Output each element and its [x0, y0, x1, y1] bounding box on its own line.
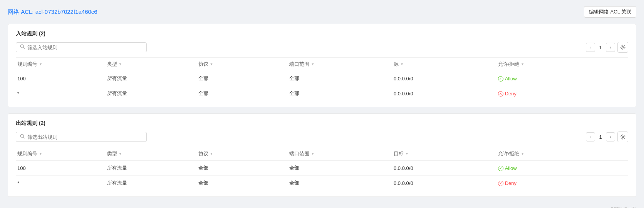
- th-outbound-protocol: 协议 ▼: [198, 147, 290, 161]
- cell-type: 所有流量: [107, 71, 198, 86]
- sort-icon: ▼: [521, 152, 524, 156]
- table-row: * 所有流量 全部 全部 0.0.0.0/0 ✕Deny: [16, 86, 628, 101]
- sort-icon: ▼: [119, 63, 122, 66]
- page-header: 网络 ACL: acl-0732b7022f1a460c6 编辑网络 ACL 关…: [8, 6, 636, 18]
- inbound-search-input[interactable]: [27, 45, 143, 50]
- cell-source: 0.0.0.0/0: [394, 71, 498, 86]
- inbound-prev-page[interactable]: ‹: [586, 43, 595, 52]
- table-row: 100 所有流量 全部 全部 0.0.0.0/0 ✓Allow: [16, 161, 628, 176]
- cell-action: ✕Deny: [498, 86, 628, 101]
- th-outbound-destination: 目标 ▼: [394, 147, 498, 161]
- outbound-controls-row: ‹ 1 ›: [16, 131, 628, 142]
- footer-note: CSDN @大剽: [8, 203, 636, 208]
- cell-port: 全部: [289, 176, 394, 191]
- sort-icon: ▼: [311, 152, 314, 156]
- search-icon: [20, 44, 25, 50]
- inbound-next-page[interactable]: ›: [606, 43, 615, 52]
- inbound-pagination: ‹ 1 ›: [586, 42, 628, 53]
- inbound-rules-table: 规则编号 ▼ 类型 ▼ 协议 ▼: [16, 57, 628, 101]
- cell-protocol: 全部: [198, 86, 290, 101]
- inbound-rules-card: 入站规则 (2) ‹ 1 ›: [8, 24, 636, 107]
- outbound-pagination: ‹ 1 ›: [586, 131, 628, 142]
- cell-rule: 100: [16, 161, 107, 176]
- cell-protocol: 全部: [198, 71, 290, 86]
- cell-destination: 0.0.0.0/0: [394, 176, 498, 191]
- outbound-prev-page[interactable]: ‹: [586, 132, 595, 141]
- cell-protocol: 全部: [198, 161, 290, 176]
- inbound-settings-button[interactable]: [617, 42, 628, 53]
- cell-type: 所有流量: [107, 161, 198, 176]
- th-inbound-protocol: 协议 ▼: [198, 58, 290, 71]
- cell-destination: 0.0.0.0/0: [394, 161, 498, 176]
- th-inbound-rule: 规则编号 ▼: [16, 58, 107, 71]
- cell-port: 全部: [289, 86, 394, 101]
- cell-port: 全部: [289, 71, 394, 86]
- x-icon: ✕: [498, 181, 503, 186]
- svg-point-2: [622, 47, 624, 48]
- cell-rule: 100: [16, 71, 107, 86]
- cell-port: 全部: [289, 161, 394, 176]
- inbound-page-num: 1: [597, 45, 604, 50]
- search-icon: [20, 134, 25, 140]
- sort-icon: ▼: [210, 63, 213, 66]
- cell-rule: *: [16, 86, 107, 101]
- table-row: * 所有流量 全部 全部 0.0.0.0/0 ✕Deny: [16, 176, 628, 191]
- x-icon: ✕: [498, 91, 503, 97]
- check-icon: ✓: [498, 166, 503, 171]
- outbound-search-box[interactable]: [16, 132, 147, 142]
- page-title: 网络 ACL: acl-0732b7022f1a460c6: [8, 8, 97, 16]
- sort-icon: ▼: [400, 63, 404, 66]
- th-inbound-port: 端口范围 ▼: [289, 58, 394, 71]
- inbound-search-box[interactable]: [16, 42, 147, 52]
- sort-icon: ▼: [39, 63, 42, 66]
- deny-badge: ✕Deny: [498, 91, 517, 97]
- th-inbound-source: 源 ▼: [394, 58, 498, 71]
- outbound-rules-title: 出站规则 (2): [16, 120, 628, 127]
- cell-type: 所有流量: [107, 176, 198, 191]
- deny-badge: ✕Deny: [498, 180, 517, 186]
- edit-acl-button[interactable]: 编辑网络 ACL 关联: [584, 6, 636, 18]
- cell-rule: *: [16, 176, 107, 191]
- allow-badge: ✓Allow: [498, 165, 517, 171]
- sort-icon: ▼: [39, 152, 42, 156]
- th-inbound-type: 类型 ▼: [107, 58, 198, 71]
- outbound-page-num: 1: [597, 134, 604, 140]
- acl-link[interactable]: acl-0732b7022f1a460c6: [35, 8, 97, 15]
- outbound-next-page[interactable]: ›: [606, 132, 615, 141]
- sort-icon: ▼: [521, 63, 524, 66]
- th-outbound-port: 端口范围 ▼: [289, 147, 394, 161]
- th-outbound-type: 类型 ▼: [107, 147, 198, 161]
- cell-action: ✓Allow: [498, 161, 628, 176]
- cell-type: 所有流量: [107, 86, 198, 101]
- outbound-search-input[interactable]: [27, 134, 143, 140]
- inbound-controls-row: ‹ 1 ›: [16, 42, 628, 53]
- outbound-settings-button[interactable]: [617, 131, 628, 142]
- outbound-rules-table: 规则编号 ▼ 类型 ▼ 协议 ▼: [16, 147, 628, 190]
- outbound-rules-card: 出站规则 (2) ‹ 1 ›: [8, 113, 636, 197]
- th-inbound-action: 允许/拒绝 ▼: [498, 58, 628, 71]
- svg-line-4: [23, 137, 25, 138]
- allow-badge: ✓Allow: [498, 76, 517, 82]
- inbound-rules-title: 入站规则 (2): [16, 30, 628, 37]
- th-outbound-action: 允许/拒绝 ▼: [498, 147, 628, 161]
- th-outbound-rule: 规则编号 ▼: [16, 147, 107, 161]
- cell-action: ✓Allow: [498, 71, 628, 86]
- outbound-table-header: 规则编号 ▼ 类型 ▼ 协议 ▼: [16, 147, 628, 161]
- table-row: 100 所有流量 全部 全部 0.0.0.0/0 ✓Allow: [16, 71, 628, 86]
- cell-action: ✕Deny: [498, 176, 628, 191]
- cell-protocol: 全部: [198, 176, 290, 191]
- cell-source: 0.0.0.0/0: [394, 86, 498, 101]
- inbound-table-header: 规则编号 ▼ 类型 ▼ 协议 ▼: [16, 58, 628, 71]
- svg-line-1: [23, 48, 25, 49]
- sort-icon: ▼: [405, 152, 409, 156]
- sort-icon: ▼: [119, 152, 122, 156]
- check-icon: ✓: [498, 76, 503, 82]
- svg-point-5: [622, 136, 624, 138]
- sort-icon: ▼: [210, 152, 213, 156]
- sort-icon: ▼: [311, 63, 314, 66]
